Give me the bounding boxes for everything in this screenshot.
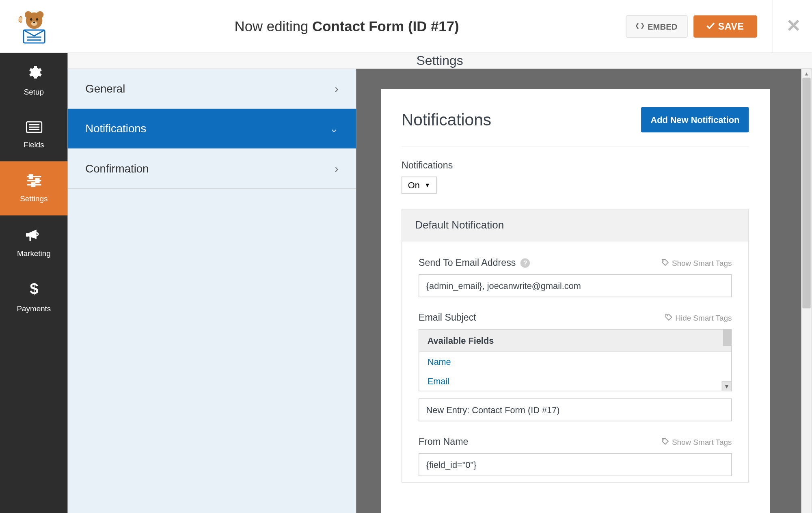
add-notification-button[interactable]: Add New Notification [641,107,749,132]
hide-smart-tags-link[interactable]: Hide Smart Tags [665,313,732,322]
check-icon [706,21,714,31]
logo[interactable] [0,7,68,45]
svg-rect-18 [36,179,39,182]
default-notification-header: Default Notification [402,209,748,241]
sidebar: Setup Fields Settings Marketing $ Paymen… [0,53,68,513]
save-label: SAVE [718,21,744,31]
caret-down-icon: ▼ [424,182,430,188]
close-icon[interactable] [787,17,800,35]
available-fields-box: Available Fields Name Email ▼ [419,329,732,392]
available-fields-header: Available Fields [419,330,731,352]
email-subject-input[interactable] [419,399,732,422]
header-divider [772,0,772,53]
chevron-down-icon: ⌄ [329,122,339,135]
sidebar-item-payments[interactable]: $ Payments [0,269,68,323]
save-button[interactable]: SAVE [693,15,757,37]
svg-rect-16 [29,175,32,178]
sidebar-item-fields[interactable]: Fields [0,107,68,161]
section-title: Settings [68,53,812,69]
available-field-email[interactable]: Email [419,371,731,391]
available-field-name[interactable]: Name [419,352,731,371]
from-name-input[interactable] [419,453,732,476]
dollar-icon: $ [28,280,39,299]
svg-rect-20 [32,183,35,186]
scrollbar-thumb[interactable] [723,330,731,346]
svg-point-10 [19,17,22,22]
embed-button[interactable]: EMBED [626,15,687,37]
help-icon[interactable]: ? [520,259,530,268]
scroll-down-icon[interactable]: ▼ [722,382,731,391]
submenu-notifications[interactable]: Notifications ⌄ [68,109,356,149]
submenu-label: Confirmation [85,162,149,175]
settings-submenu: General › Notifications ⌄ Confirmation › [68,69,356,513]
svg-point-9 [33,21,35,23]
sidebar-label: Setup [24,87,44,96]
sidebar-label: Marketing [17,249,51,258]
panel-title: Notifications [402,110,491,129]
submenu-label: Notifications [85,122,146,135]
show-smart-tags-link-from[interactable]: Show Smart Tags [662,438,732,446]
toggle-value: On [408,180,420,190]
notifications-toggle-label: Notifications [402,160,749,170]
svg-rect-22 [29,236,31,241]
send-to-email-input[interactable] [419,274,732,297]
show-smart-tags-link[interactable]: Show Smart Tags [662,259,732,267]
notifications-toggle-select[interactable]: On ▼ [402,177,437,194]
sidebar-label: Payments [17,304,51,313]
scroll-up-icon[interactable]: ▲ [801,69,812,78]
svg-rect-21 [26,233,28,236]
svg-point-7 [36,18,38,20]
svg-point-5 [36,11,43,18]
email-subject-label: Email Subject [419,313,476,323]
sidebar-label: Settings [20,194,48,203]
notifications-panel: Notifications Add New Notification Notif… [381,89,769,513]
svg-text:$: $ [30,280,38,297]
sidebar-item-settings[interactable]: Settings [0,161,68,215]
sidebar-item-marketing[interactable]: Marketing [0,216,68,269]
submenu-label: General [85,82,125,95]
sidebar-label: Fields [24,140,44,149]
gear-icon [26,64,42,82]
scrollbar-thumb[interactable] [802,78,810,308]
send-to-label: Send To Email Address [419,258,516,268]
sliders-icon [26,174,42,189]
submenu-general[interactable]: General › [68,69,356,109]
svg-point-25 [667,315,668,316]
chevron-right-icon: › [335,82,339,95]
svg-point-4 [24,11,31,18]
from-name-label: From Name [419,437,468,447]
tag-icon [665,313,672,322]
svg-point-26 [663,439,665,440]
list-icon [26,120,42,135]
tag-icon [662,438,669,446]
panel-scrollbar[interactable]: ▲ [801,69,812,513]
sidebar-item-setup[interactable]: Setup [0,53,68,107]
chevron-right-icon: › [335,162,339,175]
code-icon [636,22,644,31]
editing-title: Now editing Contact Form (ID #17) [68,18,626,34]
tag-icon [662,259,669,267]
submenu-confirmation[interactable]: Confirmation › [68,149,356,189]
embed-label: EMBED [648,22,677,31]
svg-point-6 [30,18,32,20]
megaphone-icon [26,227,42,244]
svg-point-24 [663,260,665,261]
